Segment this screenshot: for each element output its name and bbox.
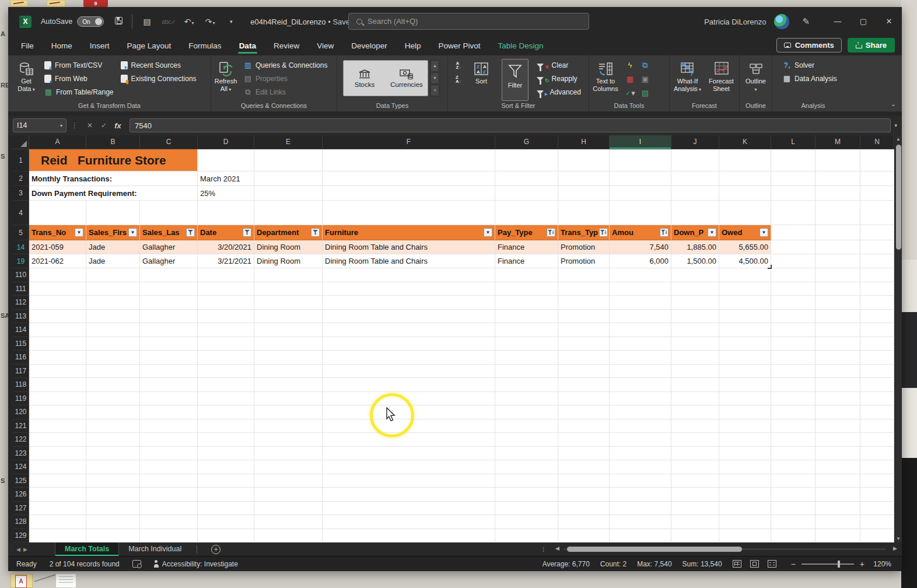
cell-H[interactable] [558, 201, 610, 225]
sort-za-button[interactable]: ZA↓ [453, 75, 464, 83]
cell-L[interactable] [771, 419, 816, 433]
from-text-csv-button[interactable]: A From Text/CSV [44, 60, 114, 71]
caret-filter-icon[interactable]: ▼ [128, 228, 137, 237]
cell-H[interactable] [558, 268, 610, 282]
cell-B[interactable] [86, 365, 140, 379]
cell-L[interactable] [771, 186, 816, 201]
row-header-123[interactable]: 123 [13, 447, 29, 461]
cell-B[interactable] [86, 405, 140, 419]
cell-M[interactable] [816, 240, 860, 254]
cell-C[interactable] [140, 419, 198, 433]
cell-B[interactable] [86, 460, 140, 474]
stocks-button[interactable]: Stocks [344, 61, 386, 96]
what-if-analysis-button[interactable]: ? What-If Analysis [672, 59, 704, 93]
funnel-sort-filter-icon[interactable] [599, 228, 608, 237]
cell-H[interactable] [558, 365, 610, 379]
cell-H[interactable] [558, 351, 610, 365]
row-header-112[interactable]: 112 [13, 296, 29, 310]
forecast-sheet-button[interactable]: Forecast Sheet [706, 59, 737, 93]
info-value-cell[interactable]: 25% [198, 186, 254, 201]
cell-H[interactable] [558, 419, 610, 433]
cell-H[interactable] [558, 447, 610, 461]
data-cell-K14[interactable]: 5,655.00 [719, 240, 771, 254]
hscroll-right-icon[interactable]: ▶ [893, 545, 897, 551]
cell-H[interactable] [558, 337, 610, 351]
cell-G[interactable] [495, 392, 558, 406]
cell-H[interactable] [558, 296, 610, 310]
cell-L[interactable] [771, 201, 816, 225]
cell-L[interactable] [771, 365, 816, 379]
normal-view-button[interactable] [733, 560, 741, 568]
hscroll-left-icon[interactable]: ◀ [555, 545, 559, 551]
cell-A[interactable] [29, 460, 86, 474]
cell-K[interactable] [719, 323, 771, 337]
cell-J[interactable] [671, 405, 719, 419]
cell-J[interactable] [671, 149, 719, 172]
cell-L[interactable] [771, 488, 816, 502]
cell-N[interactable] [860, 474, 894, 488]
advanced-filter-button[interactable]: ▸ Advanced [537, 87, 581, 97]
cell-N[interactable] [860, 268, 894, 282]
cell-M[interactable] [816, 474, 860, 488]
cell-J[interactable] [671, 433, 719, 447]
cell-E[interactable] [254, 502, 323, 516]
cell-C[interactable] [140, 433, 198, 447]
cell-I[interactable] [610, 149, 671, 172]
scroll-up-icon[interactable]: ▲ [895, 136, 902, 142]
column-header-I[interactable]: I [610, 135, 671, 149]
cell-J[interactable] [671, 186, 719, 201]
relationships-icon[interactable]: ⧉ [640, 60, 650, 73]
cell-I[interactable] [610, 447, 671, 461]
cell-K[interactable] [719, 296, 771, 310]
cell-E[interactable] [254, 419, 323, 433]
cell-K[interactable] [719, 447, 771, 461]
cell-H[interactable] [558, 149, 610, 172]
data-cell-C14[interactable]: Gallagher [140, 240, 198, 254]
cell-C[interactable] [140, 337, 198, 351]
vertical-scrollbar[interactable]: ▲ ▼ [894, 135, 902, 542]
select-all-corner[interactable] [13, 135, 29, 149]
row-header-3[interactable]: 3 [13, 186, 29, 201]
data-cell-J19[interactable]: 1,500.00 [671, 254, 719, 268]
cell-M[interactable] [816, 460, 860, 474]
cell-J[interactable] [671, 515, 719, 529]
cell-M[interactable] [816, 296, 860, 310]
cell-E[interactable] [254, 337, 323, 351]
cell-K[interactable] [719, 419, 771, 433]
column-header-E[interactable]: E [254, 135, 323, 149]
search-input[interactable]: Search (Alt+Q) [348, 13, 589, 30]
cell-J[interactable] [671, 529, 719, 543]
cell-N[interactable] [860, 460, 894, 474]
user-avatar[interactable] [774, 14, 789, 29]
cell-G[interactable] [495, 186, 558, 201]
cell-N[interactable] [860, 502, 894, 516]
cell-N[interactable] [860, 337, 894, 351]
cell-C[interactable] [140, 488, 198, 502]
cell-G[interactable] [495, 419, 558, 433]
cell-M[interactable] [816, 447, 860, 461]
cell-M[interactable] [816, 323, 860, 337]
data-cell-E19[interactable]: Dining Room [254, 254, 323, 268]
sheet-nav-arrows[interactable]: ◀ ▶ [16, 547, 32, 552]
ribbon-tab-data[interactable]: Data [238, 38, 257, 54]
ribbon-tab-table-design[interactable]: Table Design [497, 38, 545, 54]
cell-D[interactable] [198, 149, 254, 172]
cell-I[interactable] [610, 337, 671, 351]
cell-A[interactable] [29, 296, 86, 310]
row-header-120[interactable]: 120 [13, 405, 29, 419]
cell-D[interactable] [198, 515, 254, 529]
macro-record-icon[interactable] [132, 560, 141, 568]
cell-M[interactable] [816, 529, 860, 543]
cell-L[interactable] [771, 240, 816, 254]
cell-K[interactable] [719, 460, 771, 474]
new-sheet-button[interactable]: + [211, 545, 220, 554]
cell-H[interactable] [558, 172, 610, 186]
cell-J[interactable] [671, 282, 719, 296]
cell-B[interactable] [86, 282, 140, 296]
cell-J[interactable] [671, 460, 719, 474]
data-model-icon[interactable]: ▤ [640, 88, 650, 101]
cell-B[interactable] [86, 474, 140, 488]
row-header-5[interactable]: 5 [13, 225, 29, 240]
cell-N[interactable] [860, 488, 894, 502]
table-header-date[interactable]: Date [198, 225, 254, 240]
